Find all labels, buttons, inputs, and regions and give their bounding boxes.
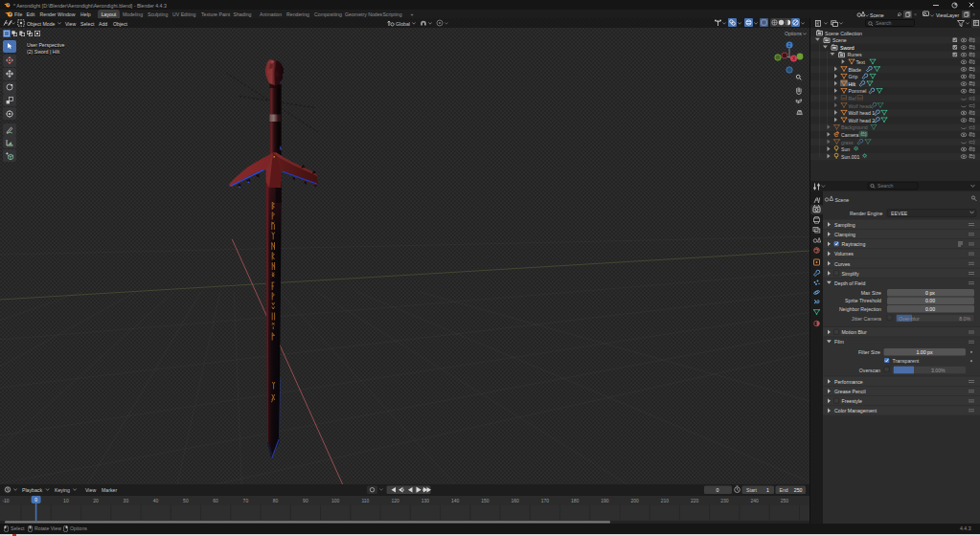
svg-text:Blade: Blade: [849, 67, 861, 73]
svg-text:Z: Z: [788, 43, 791, 48]
svg-text:110: 110: [361, 498, 369, 503]
svg-text:Scene: Scene: [832, 37, 847, 43]
svg-text:3.00%: 3.00%: [931, 368, 946, 373]
svg-text:Keying: Keying: [55, 487, 70, 493]
svg-text:80: 80: [273, 498, 279, 503]
svg-text:Wolf head 1: Wolf head 1: [849, 110, 876, 116]
svg-text:60: 60: [213, 498, 218, 503]
svg-text:1.00 px: 1.00 px: [916, 349, 932, 355]
svg-text:Depth of Field: Depth of Field: [834, 280, 865, 286]
svg-text:Motion Blur: Motion Blur: [842, 329, 868, 335]
svg-text:Freestyle: Freestyle: [842, 398, 862, 404]
svg-text:230: 230: [720, 498, 729, 503]
svg-text:Film: Film: [834, 339, 844, 345]
svg-text:Hilt: Hilt: [849, 81, 856, 87]
svg-text:30: 30: [124, 498, 129, 503]
svg-text:0: 0: [717, 487, 719, 493]
svg-text:20: 20: [93, 498, 99, 503]
svg-text:Simplify: Simplify: [842, 271, 860, 277]
svg-text:Neighbor Rejection: Neighbor Rejection: [839, 306, 881, 312]
svg-text:Transparent: Transparent: [893, 358, 920, 364]
svg-text:50: 50: [183, 498, 189, 503]
svg-text:200: 200: [630, 498, 639, 503]
svg-text:Runes: Runes: [848, 52, 862, 57]
svg-text:grass: grass: [841, 140, 854, 145]
svg-text:0.00: 0.00: [925, 298, 935, 303]
svg-text:8.0%: 8.0%: [959, 316, 970, 322]
svg-text:70: 70: [243, 498, 249, 503]
svg-text:X: X: [792, 56, 795, 61]
svg-text:Volumes: Volumes: [834, 251, 854, 257]
svg-text:Color Management: Color Management: [834, 408, 877, 413]
svg-text:Overscan: Overscan: [859, 368, 880, 373]
svg-text:210: 210: [661, 498, 670, 503]
svg-text:250: 250: [781, 498, 789, 503]
svg-text:130: 130: [422, 498, 430, 503]
svg-text:40: 40: [153, 498, 159, 503]
svg-text:220: 220: [691, 498, 699, 503]
svg-text:Start: Start: [746, 487, 758, 493]
svg-text:120: 120: [391, 498, 399, 503]
svg-text:Wolf head: Wolf head: [849, 103, 871, 109]
svg-text:Max Size: Max Size: [861, 290, 881, 296]
svg-text:Sword: Sword: [840, 45, 855, 51]
svg-text:250: 250: [794, 487, 803, 493]
svg-text:Performance: Performance: [834, 379, 863, 385]
svg-text:Raytracing: Raytracing: [842, 241, 866, 247]
svg-text:10: 10: [63, 498, 69, 503]
svg-text:Jitter Camera: Jitter Camera: [852, 316, 881, 322]
svg-text:190: 190: [601, 498, 609, 503]
svg-text:Curves: Curves: [834, 261, 851, 267]
svg-text:0: 0: [34, 497, 37, 502]
svg-text:Sun: Sun: [841, 146, 850, 152]
svg-text:View: View: [85, 487, 96, 493]
svg-text:Search: Search: [877, 183, 894, 189]
svg-text:Over-blur: Over-blur: [899, 316, 920, 322]
svg-text:Sun.001: Sun.001: [841, 154, 859, 160]
svg-text:Wolf head 2: Wolf head 2: [849, 118, 876, 123]
svg-text:Grip: Grip: [849, 74, 858, 79]
svg-text:240: 240: [750, 498, 759, 503]
svg-text:Playback: Playback: [22, 487, 42, 493]
svg-text:170: 170: [541, 498, 550, 503]
svg-text:Background: Background: [841, 124, 868, 130]
svg-text:Scene Collection: Scene Collection: [825, 31, 862, 36]
svg-text:EEVEE: EEVEE: [891, 211, 908, 216]
svg-text:140: 140: [451, 498, 460, 503]
svg-text:Sampling: Sampling: [834, 222, 855, 228]
svg-text:Camera: Camera: [841, 132, 859, 138]
svg-text:Ref: Ref: [849, 96, 857, 101]
svg-text:Marker: Marker: [102, 487, 117, 493]
svg-text:90: 90: [303, 498, 308, 503]
svg-text:160: 160: [511, 498, 519, 503]
svg-text:Filter Size: Filter Size: [858, 349, 880, 355]
svg-text:100: 100: [331, 498, 340, 503]
svg-text:Pommel: Pommel: [849, 88, 867, 94]
svg-text:150: 150: [481, 498, 490, 503]
svg-text:1: 1: [766, 487, 769, 493]
svg-text:Render Engine: Render Engine: [850, 211, 883, 216]
svg-text:Text: Text: [856, 59, 866, 65]
svg-text:Clamping: Clamping: [834, 232, 855, 237]
svg-text:0.00: 0.00: [925, 306, 935, 312]
svg-text:Grease Pencil: Grease Pencil: [834, 389, 866, 394]
svg-text:-10: -10: [2, 498, 9, 503]
svg-text:Scene: Scene: [835, 197, 850, 203]
svg-text:180: 180: [571, 498, 580, 503]
svg-text:End: End: [780, 487, 788, 493]
svg-text:Sprite Threshold: Sprite Threshold: [845, 298, 881, 303]
svg-text:0 px: 0 px: [925, 290, 935, 296]
